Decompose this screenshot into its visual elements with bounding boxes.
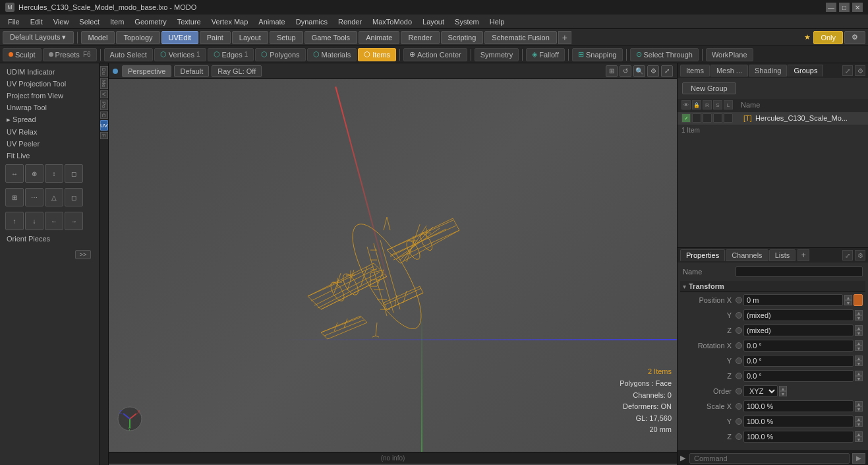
rotation-z-input[interactable] <box>743 370 854 382</box>
uv-projection-tool[interactable]: UV Projection Tool <box>3 78 105 90</box>
settings-button[interactable]: ⚙ <box>844 31 865 44</box>
side-tab-c[interactable]: C <box>100 111 108 119</box>
position-x-input[interactable] <box>743 294 843 306</box>
tool-icon-6[interactable]: ⋯ <box>25 188 43 206</box>
tool-icon-4[interactable]: ◻ <box>65 164 83 183</box>
command-exec-button[interactable]: ▶ <box>852 453 865 464</box>
unwrap-tool[interactable]: Unwrap Tool <box>3 102 105 113</box>
rotation-x-dot[interactable] <box>736 342 742 349</box>
transform-section-header[interactable]: ▾ Transform <box>680 281 865 292</box>
tab-schematic[interactable]: Schematic Fusion <box>484 31 556 44</box>
workplane-button[interactable]: WorkPlane <box>706 48 753 61</box>
item-lock-toggle[interactable] <box>692 113 701 123</box>
order-up[interactable]: ▲ <box>779 386 787 391</box>
menu-animate[interactable]: Animate <box>253 16 290 27</box>
position-y-up[interactable]: ▲ <box>855 310 863 315</box>
position-x-orange-btn[interactable] <box>854 294 863 306</box>
scale-z-dot[interactable] <box>736 433 742 440</box>
add-tab-button[interactable]: + <box>558 31 571 44</box>
position-y-dot[interactable] <box>736 312 742 319</box>
uv-side-tab[interactable]: UV <box>100 120 108 131</box>
side-tab-v[interactable]: V <box>100 90 108 98</box>
rotation-z-up[interactable]: ▲ <box>855 371 863 376</box>
rotation-x-down[interactable]: ▼ <box>855 346 863 351</box>
rotation-z-dot[interactable] <box>736 373 742 379</box>
name-input[interactable]: (mixed) <box>736 266 863 277</box>
tool-icon-7[interactable]: △ <box>45 188 63 206</box>
viewport-icon-grid[interactable]: ⊞ <box>606 65 618 77</box>
menu-help[interactable]: Help <box>484 16 510 27</box>
position-z-dot[interactable] <box>736 327 742 334</box>
scale-y-dot[interactable] <box>736 418 742 425</box>
tab-lists[interactable]: Lists <box>769 249 796 261</box>
right-panel-expand[interactable]: ⤢ <box>842 65 853 76</box>
position-z-down[interactable]: ▼ <box>855 330 863 336</box>
tab-setup[interactable]: Setup <box>270 31 303 44</box>
auto-select-button[interactable]: Auto Select <box>104 48 153 61</box>
presets-button[interactable]: Presets F6 <box>43 48 97 61</box>
maximize-button[interactable]: □ <box>839 3 850 12</box>
position-y-input[interactable] <box>743 309 854 321</box>
render-mode-button[interactable]: Default <box>174 65 209 77</box>
udim-indicator-tool[interactable]: UDIM Indicator <box>3 66 105 78</box>
props-panel-settings[interactable]: ⚙ <box>855 250 865 261</box>
scale-x-down[interactable]: ▼ <box>855 406 863 412</box>
item-ref-toggle[interactable] <box>703 113 712 123</box>
tool-icon-8[interactable]: ◻ <box>65 188 83 206</box>
tool-icon-5[interactable]: ⊞ <box>5 188 24 206</box>
viewport-canvas[interactable]: 2 Items Polygons : Face Channels: 0 Defo… <box>109 79 677 452</box>
tab-model[interactable]: Model <box>81 31 115 44</box>
symmetry-button[interactable]: Symmetry <box>475 48 519 61</box>
uv-relax-tool[interactable]: UV Relax <box>3 126 105 138</box>
position-x-down-arrow[interactable]: ▼ <box>844 300 852 305</box>
materials-button[interactable]: ⬡ Materials <box>307 48 357 61</box>
add-props-tab-button[interactable]: + <box>797 249 809 261</box>
tool-icon-12[interactable]: → <box>65 212 83 230</box>
layouts-dropdown[interactable]: Default Layouts ▾ <box>3 31 74 44</box>
snapping-button[interactable]: ⊞ Snapping <box>572 48 623 61</box>
scale-y-down[interactable]: ▼ <box>855 421 863 427</box>
sculpt-tool[interactable]: Sculpt <box>3 48 42 61</box>
tool-icon-10[interactable]: ↓ <box>25 212 43 230</box>
tab-paint[interactable]: Paint <box>200 31 231 44</box>
menu-edit[interactable]: Edit <box>25 16 48 27</box>
viewport-icon-rotate[interactable]: ↺ <box>620 65 631 77</box>
tab-uvedit[interactable]: UVEdit <box>161 31 198 44</box>
tab-topology[interactable]: Topology <box>116 31 159 44</box>
falloff-button[interactable]: ◈ Falloff <box>526 48 565 61</box>
position-z-input[interactable] <box>743 325 854 336</box>
tab-channels[interactable]: Channels <box>726 249 768 261</box>
orient-pieces-tool[interactable]: Orient Pieces <box>3 233 105 245</box>
viewport[interactable]: Perspective Default Ray GL: Off ⊞ ↺ 🔍 ⚙ … <box>109 63 677 465</box>
tab-gametools[interactable]: Game Tools <box>304 31 358 44</box>
position-y-down[interactable]: ▼ <box>855 315 863 321</box>
tool-icon-9[interactable]: ↑ <box>5 212 24 230</box>
tab-render[interactable]: Render <box>401 31 439 44</box>
tab-groups[interactable]: Groups <box>788 65 823 77</box>
menu-file[interactable]: File <box>3 16 25 27</box>
command-input[interactable] <box>689 453 850 464</box>
tab-scripting[interactable]: Scripting <box>441 31 484 44</box>
view-mode-button[interactable]: Perspective <box>122 65 171 77</box>
only-button[interactable]: Only <box>813 31 843 44</box>
order-down[interactable]: ▼ <box>779 391 787 396</box>
side-tab-du[interactable]: Du <box>100 66 108 77</box>
items-button[interactable]: ⬡ Items <box>358 48 396 61</box>
menu-render[interactable]: Render <box>333 16 367 27</box>
uv-peeler-tool[interactable]: UV Peeler <box>3 138 105 150</box>
action-center-button[interactable]: ⊕ Action Center <box>403 48 467 61</box>
scale-x-up[interactable]: ▲ <box>855 401 863 406</box>
viewport-icon-settings[interactable]: ⚙ <box>647 65 659 77</box>
tab-items[interactable]: Items <box>680 65 710 77</box>
item-link-toggle[interactable] <box>724 113 733 123</box>
rotation-x-up[interactable]: ▲ <box>855 340 863 346</box>
tool-icon-1[interactable]: ↔ <box>5 164 24 183</box>
fit-live-tool[interactable]: Fit Live <box>3 150 105 162</box>
select-through-button[interactable]: ⊙ Select Through <box>630 48 699 61</box>
menu-system[interactable]: System <box>449 16 484 27</box>
menu-geometry[interactable]: Geometry <box>129 16 171 27</box>
order-dot[interactable] <box>736 388 742 394</box>
tool-icon-11[interactable]: ← <box>45 212 63 230</box>
position-x-up-arrow[interactable]: ▲ <box>844 295 852 300</box>
side-tab-f[interactable]: F <box>100 132 108 139</box>
